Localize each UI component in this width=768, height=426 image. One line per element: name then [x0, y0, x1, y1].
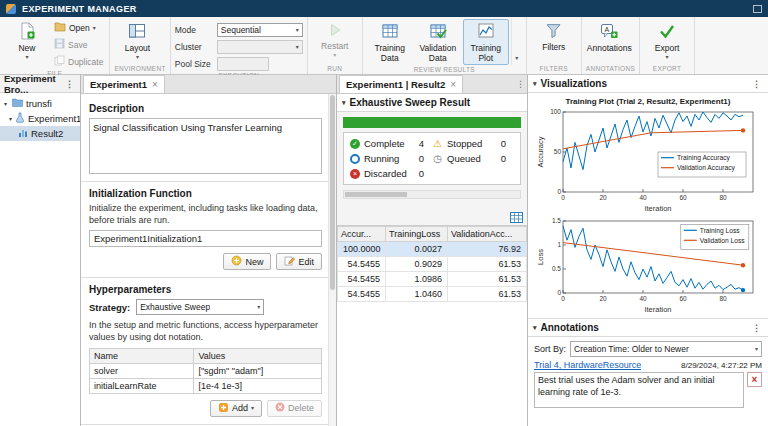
layout-button[interactable]: Layout ▾: [114, 19, 160, 62]
table-row[interactable]: 54.5455 1.0460 61.53: [338, 287, 527, 302]
training-data-button[interactable]: Training Data: [367, 19, 413, 65]
open-folder-icon: [54, 22, 66, 34]
duplicate-button[interactable]: Duplicate: [52, 54, 105, 69]
scrollbar-thumb[interactable]: [345, 192, 407, 197]
expander-icon[interactable]: ▾: [2, 100, 9, 107]
validation-data-button[interactable]: Validation Data: [415, 19, 461, 65]
dropdown-caret-icon: ▾: [755, 347, 758, 352]
strategy-select[interactable]: Exhaustive Sweep▾: [136, 299, 264, 315]
filters-button[interactable]: Filters: [531, 19, 577, 55]
browser-menu-icon[interactable]: ⋮: [63, 79, 76, 89]
table-toolbar: [337, 211, 527, 225]
annotation-link[interactable]: Trial 4, HardwareResource: [534, 360, 641, 370]
collapse-caret-icon: ▾: [533, 324, 537, 332]
svg-text:0: 0: [557, 289, 561, 296]
section-divider: [81, 277, 336, 278]
column-header-accuracy[interactable]: Accur...: [338, 227, 386, 242]
experiment-manager-app: EXPERIMENT MANAGER New ▾ Open ▾: [0, 0, 768, 426]
tree-node-experiment1[interactable]: ▾ Experiment1: [0, 111, 80, 126]
description-input[interactable]: Signal Classification Using Transfer Lea…: [89, 118, 322, 174]
hyperparameter-name-cell[interactable]: initialLearnRate: [90, 378, 194, 393]
discarded-cross-icon: ×: [350, 169, 360, 179]
column-header-values[interactable]: Values: [194, 348, 322, 363]
annotation-bubble-icon: A: [600, 22, 618, 43]
progress-bar: [343, 117, 521, 128]
annotation-text-input[interactable]: Best trial uses the Adam solver and an i…: [534, 372, 744, 408]
initialization-function-input[interactable]: Experiment1Initialization1: [89, 230, 322, 247]
ribbon-section-export: Export ▾ EXPORT: [640, 17, 695, 74]
close-tab-icon[interactable]: ×: [152, 79, 158, 90]
export-check-icon: [658, 22, 676, 43]
svg-text:0.5: 0.5: [552, 265, 561, 272]
tab-result2[interactable]: Experiment1 | Result2 ×: [339, 75, 463, 93]
hyperparameter-values-cell[interactable]: ["sgdm" "adam"]: [194, 363, 322, 378]
description-heading: Description: [89, 103, 322, 114]
delete-hyperparameter-button[interactable]: Delete: [267, 400, 322, 417]
column-header-trainingloss[interactable]: TrainingLoss: [386, 227, 448, 242]
edit-function-button[interactable]: Edit: [276, 253, 322, 270]
training-plot-button[interactable]: Training Plot: [463, 19, 509, 65]
review-results-more-button[interactable]: ▾: [511, 19, 522, 65]
svg-text:Training Accuracy: Training Accuracy: [677, 154, 731, 162]
svg-text:80: 80: [719, 194, 727, 201]
sort-by-select[interactable]: Creation Time: Older to Newer▾: [570, 341, 762, 357]
column-header-validationacc[interactable]: ValidationAcc...: [448, 227, 527, 242]
dropdown-caret-icon: ▾: [25, 55, 28, 60]
export-button[interactable]: Export ▾: [644, 19, 690, 62]
tree-node-result2[interactable]: Result2: [0, 126, 80, 141]
progress-track: [343, 117, 521, 128]
experiment-form: Description Signal Classification Using …: [81, 94, 336, 426]
result-panel-menu-icon[interactable]: ⋮: [514, 79, 527, 89]
hyperparameter-name-cell[interactable]: solver: [90, 363, 194, 378]
save-button[interactable]: Save: [52, 37, 105, 52]
restart-button[interactable]: Restart ▾: [312, 19, 358, 60]
hyperparameter-values-cell[interactable]: [1e-4 1e-3]: [194, 378, 322, 393]
dropdown-caret-icon: ▾: [93, 26, 96, 31]
app-logo-icon: [6, 4, 16, 14]
pool-size-input: [217, 57, 269, 71]
add-hyperparameter-button[interactable]: Add ▾: [210, 400, 262, 417]
expander-icon[interactable]: ▾: [9, 115, 12, 122]
new-button[interactable]: New ▾: [4, 19, 50, 62]
visualizations-panel: ▾ Visualizations ⋮ Training Plot (Trial …: [528, 75, 768, 426]
dropdown-caret-icon: ▾: [515, 56, 518, 61]
ribbon-section-execution: Mode Sequential▾ Cluster ▾ Pool Size EXE…: [171, 17, 308, 74]
annotations-menu-icon[interactable]: ⋮: [750, 323, 763, 333]
mode-select[interactable]: Sequential▾: [217, 23, 303, 37]
dropdown-caret-icon: ▾: [333, 53, 336, 58]
annotation-item: Trial 4, HardwareResource 8/29/2024, 4:2…: [528, 360, 768, 408]
close-tab-icon[interactable]: ×: [450, 79, 456, 90]
table-row[interactable]: 100.0000 0.0027 76.92: [338, 242, 527, 257]
annotations-header[interactable]: ▾ Annotations ⋮: [528, 318, 768, 337]
edit-pencil-icon: [284, 255, 295, 268]
new-function-button[interactable]: New: [223, 253, 271, 270]
horizontal-scrollbar[interactable]: [343, 190, 521, 199]
section-label-annotations: ANNOTATIONS: [586, 64, 635, 74]
window-control-icon[interactable]: [753, 5, 762, 13]
experiment-browser-header: Experiment Bro... ⋮: [0, 75, 80, 93]
collapse-caret-icon: ▾: [533, 80, 537, 88]
status-running: Running 0: [350, 153, 432, 164]
column-header-name[interactable]: Name: [90, 348, 194, 363]
experiment-tabbar: Experiment1 ×: [81, 75, 336, 94]
ribbon-empty-space: [695, 17, 768, 74]
scrollbar-thumb[interactable]: [330, 95, 335, 290]
spacer: [337, 199, 527, 211]
table-row[interactable]: 54.5455 1.0986 61.53: [338, 272, 527, 287]
open-button[interactable]: Open ▾: [52, 21, 105, 35]
red-cross-icon: ×: [752, 374, 758, 385]
sweep-result-header[interactable]: ▾ Exhaustive Sweep Result: [337, 94, 527, 112]
annotations-button[interactable]: A Annotations: [586, 19, 632, 56]
svg-text:A: A: [604, 26, 609, 33]
tab-experiment1[interactable]: Experiment1 ×: [83, 75, 165, 93]
section-divider: [81, 181, 336, 182]
visualizations-header[interactable]: ▾ Visualizations ⋮: [528, 75, 768, 93]
table-row[interactable]: 54.5455 0.9029 61.53: [338, 257, 527, 272]
titlebar: EXPERIMENT MANAGER: [0, 0, 768, 17]
vertical-scrollbar[interactable]: [328, 94, 336, 426]
tree-node-project[interactable]: ▾ trunsfi: [0, 96, 80, 111]
save-icon: [54, 38, 65, 51]
visualizations-menu-icon[interactable]: ⋮: [750, 79, 763, 89]
delete-annotation-button[interactable]: ×: [747, 372, 762, 387]
table-columns-icon[interactable]: [510, 212, 523, 223]
